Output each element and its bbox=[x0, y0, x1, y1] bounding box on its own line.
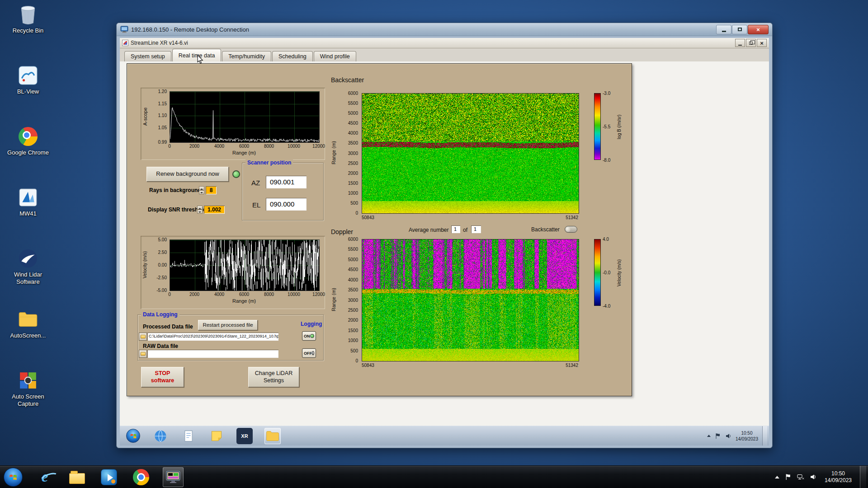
stop-software-button[interactable]: STOP software bbox=[141, 367, 184, 387]
tick-label: 4000 bbox=[348, 131, 358, 136]
remote-show-desktop-button[interactable] bbox=[762, 426, 767, 446]
desktop-icon-google-chrome[interactable]: Google Chrome bbox=[5, 126, 52, 175]
close-icon: × bbox=[756, 26, 760, 33]
raw-path-browse-button[interactable] bbox=[139, 350, 147, 358]
remote-tray-volume-icon[interactable] bbox=[725, 433, 731, 439]
folder-icon bbox=[69, 473, 85, 484]
velocity-plot: Velocity (m/s) 5.002.500.00-2.50-5.00 02… bbox=[141, 236, 325, 309]
az-field[interactable]: 090.001 bbox=[266, 176, 307, 188]
increment-icon[interactable] bbox=[197, 206, 203, 210]
el-field[interactable]: 090.000 bbox=[266, 198, 307, 211]
scanner-position-title: Scanner position bbox=[245, 160, 293, 166]
taskbar-item-rdp-session[interactable] bbox=[163, 467, 184, 487]
velocity-x-axis-label: Range (m) bbox=[170, 298, 319, 304]
restart-processed-file-button[interactable]: Restart processed file bbox=[198, 320, 258, 330]
raw-path-field[interactable] bbox=[147, 350, 278, 358]
tick-label: 3500 bbox=[348, 287, 358, 292]
decrement-icon[interactable] bbox=[199, 190, 204, 194]
doppler-colorbar-ticks: 4.0-0.0-4.0 bbox=[602, 239, 617, 306]
tray-caret-icon[interactable] bbox=[775, 476, 779, 479]
stop-button-line2: software bbox=[151, 377, 174, 385]
remote-taskbar-sticky-notes[interactable] bbox=[208, 428, 225, 444]
remote-taskbar-notepad[interactable] bbox=[180, 428, 197, 444]
backscatter-colorbar-label: log B (/m/sr) bbox=[617, 95, 622, 159]
rdp-close-button[interactable]: × bbox=[748, 25, 769, 34]
processed-path-field[interactable]: C:\Lidar\Data\Proc\2023\202309\20230914\… bbox=[147, 333, 278, 341]
app-minimize-button[interactable] bbox=[735, 39, 745, 47]
tick-label: 1500 bbox=[348, 180, 358, 185]
a-scope-x-axis-label: Range (m) bbox=[170, 150, 319, 155]
tick-label: 500 bbox=[350, 200, 358, 205]
velocity-canvas bbox=[170, 239, 320, 291]
backscatter-colorbar bbox=[594, 93, 601, 160]
notepad-icon bbox=[182, 429, 195, 443]
remote-tray-caret-icon[interactable] bbox=[707, 435, 711, 437]
tab-temp-humidity[interactable]: Temp/humidity bbox=[222, 51, 271, 61]
rays-in-background-field[interactable]: 8 bbox=[206, 186, 217, 194]
tick-label: 1000 bbox=[348, 190, 358, 195]
average-number-label: Average number bbox=[409, 227, 449, 233]
decrement-icon[interactable] bbox=[197, 210, 203, 214]
average-total-field[interactable]: 1 bbox=[471, 225, 481, 233]
app-close-button[interactable]: × bbox=[757, 39, 767, 47]
average-number-field[interactable]: 1 bbox=[451, 225, 460, 233]
taskbar-item-chrome[interactable] bbox=[131, 467, 151, 487]
tab-system-setup[interactable]: System setup bbox=[124, 51, 171, 61]
remote-tray-flag-icon[interactable] bbox=[715, 433, 721, 439]
volume-icon[interactable] bbox=[810, 474, 816, 480]
tick-label: 1500 bbox=[348, 328, 358, 333]
desktop-icon-wind-lidar[interactable]: Wind Lidar Software bbox=[5, 248, 52, 297]
desktop-icon-mw41[interactable]: MW41 bbox=[5, 187, 52, 236]
remote-taskbar-xr-app[interactable]: XR bbox=[236, 428, 253, 444]
show-desktop-button[interactable] bbox=[860, 466, 866, 488]
sticky-note-icon bbox=[210, 430, 223, 442]
tick-label: 10000 bbox=[288, 292, 300, 297]
desktop-icon-label: BL-View bbox=[17, 88, 39, 95]
rdp-maximize-button[interactable] bbox=[732, 25, 747, 34]
raw-logging-switch[interactable]: OFF bbox=[302, 348, 316, 358]
chrome-icon bbox=[17, 126, 39, 147]
renew-background-button[interactable]: Renew background now bbox=[146, 167, 229, 182]
snr-threshold-field[interactable]: 1.002 bbox=[204, 206, 225, 214]
rays-in-background-label: Rays in background bbox=[149, 187, 201, 193]
processed-logging-switch[interactable]: ON bbox=[302, 331, 316, 341]
tab-scheduling[interactable]: Scheduling bbox=[272, 51, 313, 61]
remote-taskbar-internet-explorer[interactable] bbox=[152, 428, 169, 444]
app-restore-button[interactable] bbox=[746, 39, 756, 47]
network-icon[interactable] bbox=[797, 474, 804, 480]
start-button[interactable] bbox=[4, 468, 23, 487]
rays-spinner[interactable] bbox=[199, 186, 204, 194]
rdp-titlebar[interactable]: 192.168.0.150 - Remote Desktop Connectio… bbox=[117, 23, 772, 36]
tab-wind-profile[interactable]: Wind profile bbox=[314, 51, 356, 61]
processed-path-browse-button[interactable] bbox=[139, 333, 147, 341]
remote-taskbar-explorer-active[interactable] bbox=[264, 428, 281, 444]
desktop-icon-autoscreen-folder[interactable]: AutoScreen... bbox=[5, 309, 52, 358]
tick-label: 2500 bbox=[348, 160, 358, 165]
tick-label: 2000 bbox=[348, 318, 358, 323]
taskbar-item-internet-explorer[interactable]: e bbox=[34, 467, 55, 487]
remote-start-button[interactable] bbox=[126, 429, 140, 443]
taskbar-clock[interactable]: 10:50 14/09/2023 bbox=[825, 470, 852, 484]
desktop-icon-auto-screen-capture[interactable]: Auto Screen Capture bbox=[5, 370, 52, 419]
increment-icon[interactable] bbox=[199, 186, 204, 190]
tick-label: 2000 bbox=[189, 292, 199, 297]
tick-label: 51342 bbox=[566, 363, 578, 368]
rdp-minimize-button[interactable] bbox=[716, 25, 731, 34]
on-label: ON bbox=[304, 334, 310, 338]
taskbar-item-media-player[interactable] bbox=[99, 467, 119, 487]
tick-label: 51342 bbox=[566, 215, 578, 220]
desktop-icon-recycle-bin[interactable]: Recycle Bin bbox=[5, 4, 52, 53]
action-center-flag-icon[interactable] bbox=[785, 474, 792, 480]
taskbar-item-windows-explorer[interactable] bbox=[66, 467, 87, 487]
velocity-x-ticks: 020004000600080001000012000 bbox=[170, 292, 319, 297]
snr-spinner[interactable] bbox=[197, 206, 203, 214]
backscatter-display-toggle[interactable] bbox=[565, 226, 577, 233]
desktop-icon-bl-view[interactable]: BL-View bbox=[5, 65, 52, 114]
remote-clock[interactable]: 10:50 14/09/2023 bbox=[736, 430, 758, 442]
average-of-label: of bbox=[463, 227, 467, 233]
change-lidar-settings-button[interactable]: Change LiDAR Settings bbox=[248, 367, 299, 387]
app-titlebar[interactable]: StreamLine XR v14-6.vi × bbox=[120, 38, 769, 48]
tick-label: 1.10 bbox=[158, 113, 167, 118]
windows-flag-icon bbox=[8, 472, 18, 482]
logging-label: Logging bbox=[301, 321, 322, 327]
